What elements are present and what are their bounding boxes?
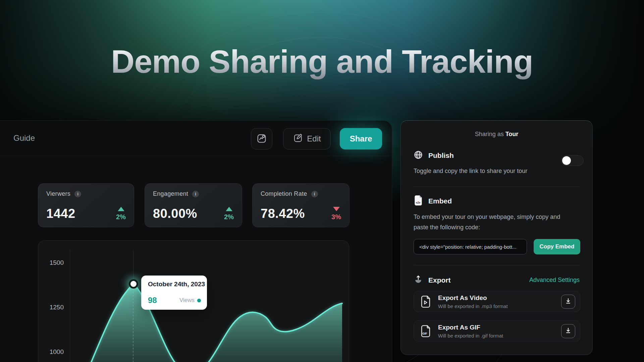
edit-button-label: Edit [307,134,321,143]
sharing-mode: Tour [505,131,519,137]
export-item-title: Export As GIF [438,324,480,331]
stat-card-engagement: Engagement i 80.00% 2% [145,183,242,227]
stat-delta: 3% [331,207,341,221]
analytics-button[interactable] [251,128,272,149]
stat-delta: 2% [224,207,234,221]
upload-icon [414,275,423,286]
publish-toggle[interactable] [561,155,584,166]
download-icon [565,327,572,335]
divider [414,187,580,187]
export-item-subtitle: Will be exported in .mp3 format [438,303,508,309]
export-item-title: Export As Video [438,294,487,302]
toggle-knob [562,156,571,165]
analytics-icon [256,133,267,145]
sharing-as-label: Sharing as [475,131,505,137]
pencil-icon [293,133,303,145]
gif-file-icon: GIF [420,325,431,339]
guide-panel: Guide Edit [0,120,392,362]
copy-embed-button[interactable]: Copy Embed [534,239,580,254]
y-axis-tick: 1250 [44,304,64,311]
guide-title: Guide [13,133,35,143]
y-axis-tick: 1000 [44,348,64,356]
divider [414,265,580,265]
area-fill [89,284,342,362]
export-item-subtitle: Will be exported in .gif format [438,333,503,339]
y-axis-tick: 1500 [44,259,64,266]
stat-card-completion-rate: Completion Rate i 78.42% 3% [252,183,350,227]
arrow-up-icon [226,207,232,211]
stat-label: Vierwers [46,190,70,197]
download-button[interactable] [561,295,575,309]
embed-file-icon: </> [414,195,423,207]
info-icon[interactable]: i [74,191,81,197]
download-button[interactable] [561,324,575,338]
panel-header: Sharing as Tour [401,131,592,138]
stat-delta-value: 2% [116,213,126,221]
data-point-marker[interactable] [129,279,138,289]
video-file-icon [420,295,431,309]
app-screen: Demo Sharing and Tracking Guide [0,0,644,362]
crosshair-line-upper [133,250,133,280]
stat-delta: 2% [116,207,126,221]
export-row: Export [414,275,451,286]
embed-description: To embed your tour on your webpage, simp… [414,212,561,233]
tooltip-value: 98 [148,296,157,305]
info-icon[interactable]: i [311,191,318,197]
y-axis-line [70,249,70,362]
edit-button[interactable]: Edit [283,128,331,149]
stat-delta-value: 3% [331,213,341,221]
advanced-settings-link[interactable]: Advanced Settings [529,277,580,284]
chart-tooltip: October 24th, 2023 98 Views [141,276,207,310]
stat-value: 80.00% [153,206,197,221]
share-button[interactable]: Share [340,128,382,149]
svg-text:GIF: GIF [422,332,427,335]
tooltip-date: October 24th, 2023 [148,281,200,288]
embed-title: Embed [428,197,452,205]
stat-card-viewers: Vierwers i 1442 2% [38,183,134,227]
arrow-up-icon [118,207,124,211]
stat-value: 78.42% [261,206,305,221]
export-gif-card[interactable]: GIF Export As GIF Will be exported in .g… [414,320,580,342]
guide-toolbar: Guide Edit [0,121,392,156]
stat-label: Completion Rate [261,190,307,197]
sharing-panel: Sharing as Tour Publish Toggle and copy … [400,120,593,355]
page-title: Demo Sharing and Tracking [0,43,644,80]
publish-row: Publish [414,150,454,161]
stat-label: Engagement [153,190,188,197]
arrow-down-icon [333,207,340,211]
stat-value: 1442 [46,206,75,221]
series-dot-icon [197,299,201,302]
publish-description: Toggle and copy the link to share your t… [414,168,527,175]
export-title: Export [428,276,451,284]
export-video-card[interactable]: Export As Video Will be exported in .mp3… [414,291,580,312]
embed-code-input[interactable] [414,239,527,254]
globe-icon [414,150,423,161]
stat-delta-value: 2% [224,213,234,221]
crosshair-line [133,288,133,362]
info-icon[interactable]: i [192,191,199,197]
publish-title: Publish [428,152,454,160]
download-icon [565,298,572,306]
tooltip-series-label: Views [179,297,195,304]
embed-row: </> Embed [414,195,452,207]
svg-text:</>: </> [416,201,421,204]
views-chart: 1500 1250 1000 October 24th, 2023 98 Vie… [38,240,349,362]
